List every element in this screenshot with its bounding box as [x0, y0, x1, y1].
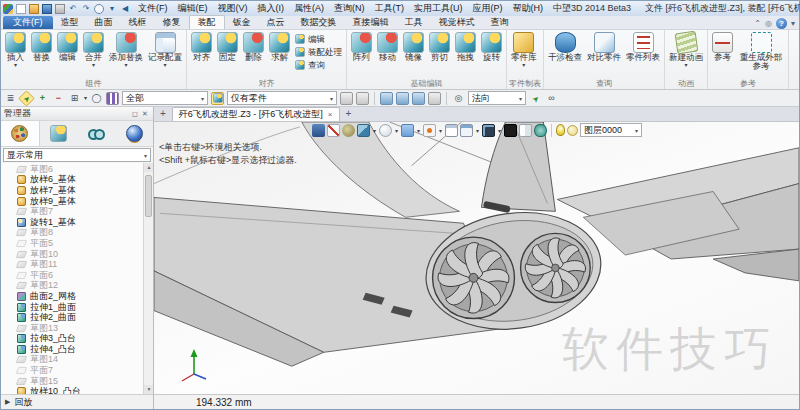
tree-item[interactable]: 草图11: [5, 259, 141, 270]
background-black-icon[interactable]: [504, 124, 517, 137]
manager-view-tab[interactable]: [115, 121, 153, 146]
ribbon-tab[interactable]: 视觉样式: [431, 16, 483, 29]
background-grid-icon[interactable]: [519, 124, 532, 137]
ribbon-button[interactable]: 对齐: [189, 31, 214, 77]
help-icon[interactable]: ?: [776, 18, 787, 29]
filter-columns-icon[interactable]: [106, 92, 119, 105]
tree-item[interactable]: 草图14: [5, 355, 141, 366]
app-logo-icon[interactable]: [3, 4, 13, 14]
ribbon-button[interactable]: 移动: [375, 31, 400, 77]
ribbon-tab[interactable]: 文件(F): [3, 16, 53, 29]
collapse-toolbar-icon[interactable]: ◀: [120, 4, 130, 14]
print-icon[interactable]: [55, 4, 65, 14]
ribbon-button[interactable]: 拖拽: [453, 31, 478, 77]
window-icon[interactable]: [445, 124, 458, 137]
close-panel-icon[interactable]: ✕: [140, 110, 150, 118]
manager-assembly-tab[interactable]: [40, 121, 78, 146]
menu-item[interactable]: 属性(A): [294, 2, 324, 15]
close-tab-icon[interactable]: ×: [328, 110, 333, 119]
ribbon-tab[interactable]: 数据交换: [293, 16, 345, 29]
menu-item[interactable]: 视图(V): [218, 2, 248, 15]
ribbon-button[interactable]: 零件列表: [624, 31, 662, 77]
scope-dropdown[interactable]: 全部 ▾: [122, 91, 208, 105]
ribbon-button[interactable]: 合并▾: [81, 31, 106, 77]
new-file-icon[interactable]: [16, 4, 26, 14]
new-tab-button-ghost[interactable]: +: [342, 107, 356, 121]
menu-item[interactable]: 插入(I): [258, 2, 285, 15]
document-tab[interactable]: 歼6飞机改进型.Z3 - [歼6飞机改进型] ×: [172, 107, 340, 121]
tree-item[interactable]: 平面5: [5, 238, 141, 249]
ground-disc-icon[interactable]: [534, 124, 547, 137]
pin-panel-icon[interactable]: ◻: [130, 110, 140, 118]
select-plus-icon[interactable]: +: [36, 92, 49, 105]
ribbon-button[interactable]: 求解: [267, 31, 292, 77]
tree-item[interactable]: 放样9_基体: [5, 196, 141, 207]
menu-item[interactable]: 实用工具(U): [414, 2, 463, 15]
scroll-up-icon[interactable]: ▲: [144, 163, 153, 172]
ribbon-button[interactable]: 阵列: [349, 31, 374, 77]
select-previous-icon[interactable]: [340, 92, 353, 105]
view-cube-icon[interactable]: [357, 124, 370, 137]
pick-from-list-icon[interactable]: [211, 92, 224, 105]
menu-item[interactable]: 工具(T): [375, 2, 405, 15]
filter-stack-2-icon[interactable]: [396, 92, 409, 105]
ribbon-tab[interactable]: 修复: [155, 16, 189, 29]
ribbon-tab[interactable]: 工具: [397, 16, 431, 29]
ribbon-button[interactable]: 记录配置▾: [146, 31, 184, 77]
ribbon-button[interactable]: 替换: [29, 31, 54, 77]
tree-item[interactable]: 草图8: [5, 228, 141, 239]
manager-history-tab[interactable]: [1, 121, 40, 146]
ribbon-small-button[interactable]: 编辑: [295, 33, 342, 45]
ribbon-tab[interactable]: 点云: [259, 16, 293, 29]
tree-item[interactable]: 平面7: [5, 365, 141, 376]
entity-filter-dropdown[interactable]: 仅有零件 ▾: [227, 91, 337, 105]
spin-icon[interactable]: [342, 124, 355, 137]
walkthrough-icon[interactable]: [312, 124, 325, 137]
pick-ring-icon[interactable]: ◎: [452, 92, 465, 105]
ribbon-button[interactable]: 参考: [710, 31, 735, 77]
window-new-icon[interactable]: [460, 124, 473, 137]
ribbon-button[interactable]: 零件库▾: [509, 31, 539, 77]
filter-stack-3-icon[interactable]: [412, 92, 425, 105]
tree-item[interactable]: 草图10: [5, 249, 141, 260]
pick-chain-icon[interactable]: ∞: [545, 92, 558, 105]
tree-item[interactable]: 拉伸4_凸台: [5, 344, 141, 355]
help-caret-icon[interactable]: ▾: [791, 18, 795, 29]
ribbon-tab[interactable]: 造型: [53, 16, 87, 29]
ribbon-button[interactable]: 编辑: [55, 31, 80, 77]
tree-item[interactable]: 平面6: [5, 270, 141, 281]
ribbon-tab[interactable]: 查询: [483, 16, 517, 29]
select-related-icon[interactable]: [356, 92, 369, 105]
show-filter-dropdown[interactable]: 显示常用 ▾: [3, 148, 151, 162]
ribbon-button[interactable]: 新建动画▾: [667, 31, 705, 77]
save-icon[interactable]: [42, 4, 52, 14]
command-list-icon[interactable]: ≣: [4, 92, 17, 105]
ribbon-button[interactable]: 删除: [241, 31, 266, 77]
open-file-icon[interactable]: [29, 4, 39, 14]
select-minus-icon[interactable]: −: [52, 92, 65, 105]
scroll-thumb[interactable]: [145, 175, 152, 217]
view-orientation-icon[interactable]: [379, 124, 392, 137]
wireframe-icon[interactable]: [401, 124, 414, 137]
ribbon-small-button[interactable]: 装配处理: [295, 46, 342, 58]
tree-scrollbar[interactable]: ▲ ▼: [143, 163, 153, 394]
render-target-icon[interactable]: [423, 124, 436, 137]
layer-color-icon[interactable]: [567, 125, 578, 136]
menu-item[interactable]: 帮助(H): [513, 2, 544, 15]
ribbon-tab[interactable]: 直接编辑: [345, 16, 397, 29]
ribbon-button[interactable]: 干涉检查: [546, 31, 584, 77]
viewport-3d[interactable]: ▾▾▾▾▾▾ 图层0000 ▾ <单击右键>环境相关选项. <Shift +鼠标…: [154, 122, 799, 394]
ribbon-tab[interactable]: 装配: [189, 15, 225, 29]
ribbon-small-button[interactable]: 查询: [295, 59, 342, 71]
tree-item[interactable]: 放样10_凸台: [5, 386, 141, 394]
select-lasso-icon[interactable]: ◯: [90, 92, 103, 105]
view-ring-icon[interactable]: [94, 4, 104, 14]
menu-item[interactable]: 应用(P): [473, 2, 503, 15]
redline-icon[interactable]: [327, 124, 340, 137]
pick-cursor-icon[interactable]: ➤: [527, 90, 544, 107]
tree-item[interactable]: 拉伸2_曲面: [5, 312, 141, 323]
filter-stack-1-icon[interactable]: [380, 92, 393, 105]
playback-bar[interactable]: ▶ 回放: [1, 394, 153, 409]
monitor-icon[interactable]: [482, 124, 495, 137]
ribbon-tab[interactable]: 曲面: [87, 16, 121, 29]
